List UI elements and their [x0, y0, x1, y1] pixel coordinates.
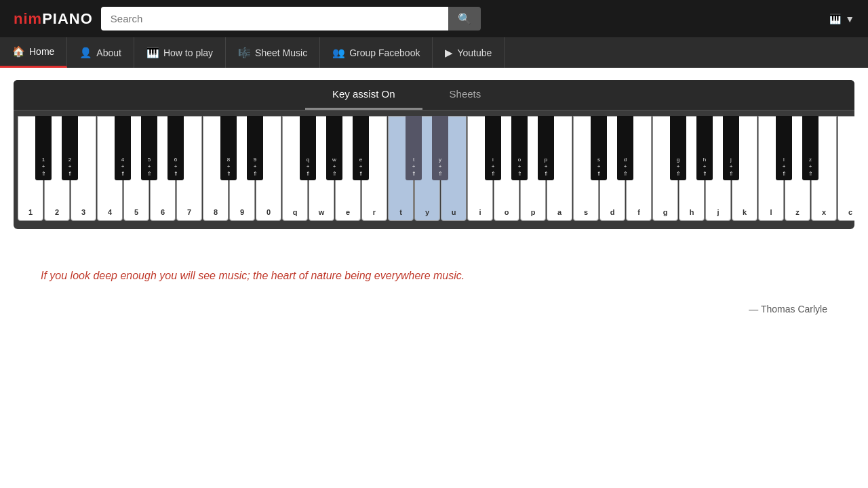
search-button[interactable]: 🔍	[448, 7, 481, 30]
piano-section: Key assist On Sheets 1234567890qwertyuio…	[14, 80, 854, 229]
black-key[interactable]: g+⇑	[670, 116, 686, 180]
nav-youtube[interactable]: ▶ Youtube	[433, 37, 505, 68]
quote-text: If you look deep enough you will see mus…	[41, 270, 827, 282]
nav-home-label: Home	[29, 46, 54, 57]
black-key[interactable]: q+⇑	[300, 116, 316, 180]
nav-group-facebook-label: Group Facebook	[349, 47, 420, 58]
black-key[interactable]: w+⇑	[326, 116, 342, 180]
sheet-icon: 🎼	[238, 47, 251, 59]
quote-section: If you look deep enough you will see mus…	[0, 229, 868, 296]
black-key[interactable]: e+⇑	[353, 116, 369, 180]
main-nav: 🏠 Home 👤 About 🎹 How to play 🎼 Sheet Mus…	[0, 37, 868, 68]
search-input[interactable]	[101, 7, 448, 30]
black-key[interactable]: o+⇑	[511, 116, 528, 180]
dropdown-arrow-icon: ▼	[845, 14, 854, 24]
tab-sheets[interactable]: Sheets	[422, 80, 509, 110]
user-menu[interactable]: 🎹 ▼	[829, 14, 854, 24]
search-form: 🔍	[101, 7, 481, 30]
black-key[interactable]: 5+⇑	[141, 116, 157, 180]
black-key[interactable]: d+⇑	[617, 116, 633, 180]
black-key[interactable]: 2+⇑	[62, 116, 78, 180]
user-icon: 👤	[79, 47, 92, 59]
group-icon: 👥	[332, 47, 345, 59]
black-key[interactable]: h+⇑	[696, 116, 713, 180]
piano-keyboard: 1234567890qwertyuiopasdfghjklzxcvbnm1+⇑2…	[14, 110, 854, 221]
nav-about-label: About	[96, 47, 121, 58]
nav-about[interactable]: 👤 About	[67, 37, 134, 68]
black-key[interactable]: 9+⇑	[247, 116, 263, 180]
nav-how-to-play-label: How to play	[163, 47, 213, 58]
black-key[interactable]: 4+⇑	[115, 116, 131, 180]
home-icon: 🏠	[12, 45, 25, 58]
tab-key-assist[interactable]: Key assist On	[305, 80, 422, 110]
black-key[interactable]: z+⇑	[802, 116, 818, 180]
quote-author: — Thomas Carlyle	[0, 304, 868, 314]
nav-how-to-play[interactable]: 🎹 How to play	[134, 37, 226, 68]
black-key[interactable]: l+⇑	[776, 116, 792, 180]
black-key[interactable]: i+⇑	[485, 116, 501, 180]
nav-sheet-music-label: Sheet Music	[255, 47, 307, 58]
white-key[interactable]: c	[837, 116, 854, 221]
piano-keys-icon: 🎹	[829, 14, 841, 24]
nav-home[interactable]: 🏠 Home	[0, 37, 67, 68]
black-key[interactable]: t+⇑	[406, 116, 422, 180]
youtube-icon: ▶	[445, 47, 453, 59]
black-key[interactable]: 6+⇑	[167, 116, 184, 180]
nav-group-facebook[interactable]: 👥 Group Facebook	[320, 37, 433, 68]
nav-youtube-label: Youtube	[457, 47, 492, 58]
black-key[interactable]: 1+⇑	[35, 116, 52, 180]
keyboard-icon: 🎹	[146, 47, 159, 59]
black-key[interactable]: 8+⇑	[220, 116, 237, 180]
black-key[interactable]: s+⇑	[591, 116, 607, 180]
black-key[interactable]: p+⇑	[538, 116, 554, 180]
site-logo: nimPIANO	[14, 10, 93, 28]
piano-tabs: Key assist On Sheets	[14, 80, 854, 110]
black-key[interactable]: j+⇑	[723, 116, 739, 180]
black-key[interactable]: y+⇑	[432, 116, 448, 180]
nav-sheet-music[interactable]: 🎼 Sheet Music	[226, 37, 320, 68]
